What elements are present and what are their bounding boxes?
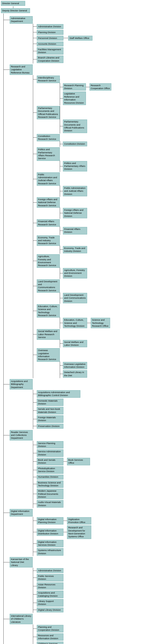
social-welfare-service-row: Social Welfare and Labor Research Servic… (33, 329, 60, 340)
legislative-ref-node: Legislative Reference and Information Re… (63, 92, 86, 105)
systems-infra-row: Systems Infrastructure Division (33, 548, 63, 556)
financial-div-row: Financial Affairs Division (60, 227, 87, 234)
digital-distribution-row: Digital Information Distribution Divisio… (33, 526, 91, 539)
economy-div-node: Economy, Trade and Industry Division (63, 246, 87, 254)
public-services-node: Public Services Division (37, 574, 63, 582)
parliamentary-service-node: Parliamentary Documents and Official Pub… (37, 106, 60, 119)
digital-planning-node: Digital Information Planning Division (37, 517, 63, 525)
acquisitions-dept-node: Acquisitions and Bibliography Department (10, 379, 33, 390)
digital-info-dept-row: Digital Information Department (4, 509, 33, 516)
research-planning-node: Research Planning Division (63, 83, 86, 91)
business-science-row: Business Science and Technology Division (33, 480, 63, 488)
constitution-div-row: Constitution Division (60, 142, 87, 146)
admin-division-row: Administrative Division (33, 24, 63, 29)
intl-library-row: International Library of Children's Lite… (4, 614, 33, 624)
childrens-services-node: Children's Services Division (37, 642, 63, 644)
branch-libraries-row: Branch Libraries and Cooperation Divisio… (33, 56, 63, 63)
research-planning-row: Research Planning Division Research Coop… (60, 83, 111, 91)
detached-library-node: Detached Library in the Diet (63, 370, 87, 378)
digital-planning-row: Digital Information Planning Division Di… (33, 517, 91, 525)
acquisitions-cataloging-node: Acquisitions and Cataloging Division (37, 591, 63, 598)
service-planning-row: Service Planning Division (33, 441, 63, 449)
financial-service-row: Financial Affairs Research Service (33, 219, 60, 227)
education-div-row: Education, Culture, Science and Technolo… (60, 318, 110, 328)
domestic-materials-node: Domestic Materials Division (37, 399, 63, 406)
facilities-row: Facilities Management Division (33, 47, 63, 55)
agriculture-service-node: Agriculture, Forestry and Environment Re… (37, 254, 60, 268)
digital-library-row: Digital Library Division (33, 608, 63, 612)
planning-cooperation-row: Planning and Cooperation Division (33, 625, 63, 632)
public-admin-service-node: Public Administration and Judicial Affai… (37, 172, 60, 186)
politics-div-node: Politics and Parliamentary Affairs Divis… (63, 161, 87, 172)
education-div-node: Education, Culture, Science and Technolo… (63, 318, 87, 328)
legislative-ref-row: Legislative Reference and Information Re… (60, 92, 86, 105)
book-services-office-node: Book Services Office (67, 458, 90, 465)
audio-visual-row: Audio-Visual Materials Division (33, 500, 63, 508)
overseas-service-row: Overseas Legislative Information Researc… (33, 348, 60, 362)
parliamentary-div-node: Parliamentary Documents and Official Pub… (63, 120, 87, 133)
admin-division-node: Administrative Division (37, 24, 63, 29)
social-welfare-service-node: Social Welfare and Labor Research Servic… (37, 329, 60, 340)
branch-libraries-division-node: Branch Libraries and Cooperation Divisio… (37, 56, 63, 63)
public-admin-div-row: Public Administration and Judicial Affai… (60, 186, 87, 196)
preservation-row: Preservation Division (33, 424, 63, 428)
digitization-promotion-node: Digitization Promotion Office (67, 517, 91, 525)
education-service-row: Education, Culture, Science and Technolo… (33, 304, 60, 318)
acquisitions-dept-row: Acquisitions and Bibliography Department (4, 379, 33, 390)
economy-service-row: Economy, Trade and Industry Research Ser… (33, 236, 60, 246)
foreign-affairs-div-node: Foreign Affairs and National Defense Div… (63, 208, 87, 218)
kansai-admin-row: Administrative Division (33, 568, 63, 573)
digital-services-row: Digital Information Services Division (33, 540, 63, 548)
modern-japanese-row: Modern Japanese Political Documents Divi… (33, 489, 63, 499)
accounts-row: Accounts Division (33, 42, 63, 46)
politics-div-row: Politics and Parliamentary Affairs Divis… (60, 161, 87, 172)
planning-division-node: Planning Division (37, 30, 63, 35)
photoduplication-node: Photoduplication Service Division (37, 466, 63, 474)
foreign-materials-row: Foreign Materials Division (33, 415, 63, 423)
preservation-node: Preservation Division (37, 424, 63, 428)
acquisitions-cataloging-row: Acquisitions and Cataloging Division (33, 591, 63, 598)
kansai-row: Kansai-kan of the National Diet Library (4, 557, 33, 568)
rd-next-gen-node: Research and Development for Next-Genera… (67, 526, 91, 539)
research-bureau-row: Research and Legislative Reference Burea… (4, 64, 33, 75)
humanities-node: Humanities Division (37, 475, 63, 480)
science-tech-office-node: Science and Technology Research Office (91, 318, 110, 328)
politics-service-node: Politics and Parliamentary Affairs Resea… (37, 147, 60, 160)
acquisitions-admin-row: Acquisitions Administration and Bibliogr… (33, 390, 80, 398)
digital-services-node: Digital Information Services Division (37, 540, 63, 548)
public-admin-div-node: Public Administration and Judicial Affai… (63, 186, 87, 196)
admin-dept-row: Administrative Department (4, 16, 33, 24)
staff-welfare-office-node: Staff Welfare Office (68, 36, 92, 40)
serials-node: Serials and Non-book Materials Division (37, 407, 63, 414)
constitution-service-row: Constitution Research Service (33, 134, 60, 142)
service-planning-node: Service Planning Division (37, 441, 63, 449)
library-support-row: Library Support Division (33, 599, 63, 606)
overseas-div-row: Overseas Legislative Information Divisio… (60, 362, 87, 370)
constitution-div-node: Constitution Division (63, 142, 87, 146)
digital-library-node: Digital Library Division (37, 608, 63, 612)
kansai-admin-node: Administrative Division (37, 568, 63, 573)
foreign-affairs-service-node: Foreign Affairs and National Defense Res… (37, 197, 60, 208)
parliamentary-row: Parliamentary Documents and Official Pub… (33, 106, 60, 119)
humanities-row: Humanities Division (33, 475, 63, 480)
interdisciplinary-node: Interdisciplinary Research Service (37, 76, 60, 83)
photoduplication-row: Photoduplication Service Division (33, 466, 63, 474)
domestic-materials-row: Domestic Materials Division (33, 399, 63, 406)
agriculture-service-row: Agriculture, Forestry and Environment Re… (33, 254, 60, 268)
politics-service-row: Politics and Parliamentary Affairs Resea… (33, 147, 60, 160)
land-div-node: Land Development and Communications Divi… (63, 293, 87, 303)
economy-div-row: Economy, Trade and Industry Division (60, 246, 87, 254)
service-admin-node: Service Administration Division (37, 450, 63, 457)
financial-service-node: Financial Affairs Research Service (37, 219, 60, 227)
foreign-affairs-div-row: Foreign Affairs and National Defense Div… (60, 208, 87, 218)
personnel-row: Personnel Division Staff Welfare Office (33, 36, 92, 40)
agriculture-div-row: Agriculture, Forestry and Environment Di… (60, 268, 87, 278)
overseas-div-node: Overseas Legislative Information Divisio… (63, 362, 87, 370)
economy-service-node: Economy, Trade and Industry Research Ser… (37, 236, 60, 246)
education-service-node: Education, Culture, Science and Technolo… (37, 304, 60, 318)
library-support-node: Library Support Division (37, 599, 63, 606)
accounts-division-node: Accounts Division (37, 42, 63, 46)
land-service-row: Land Development and Communications Rese… (33, 280, 60, 293)
modern-japanese-node: Modern Japanese Political Documents Divi… (37, 489, 63, 499)
constitution-service-node: Constitution Research Service (37, 134, 60, 142)
